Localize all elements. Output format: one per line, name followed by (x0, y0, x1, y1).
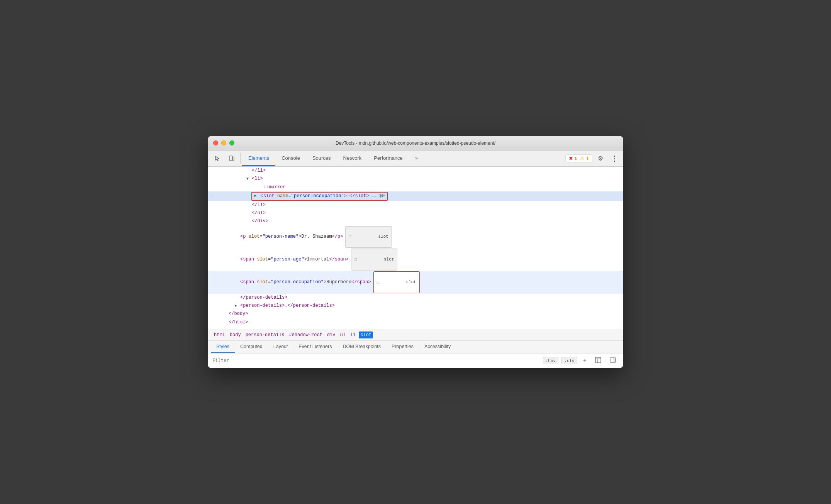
attr-slot3: slot (257, 279, 268, 286)
device-mode-button[interactable] (225, 151, 239, 166)
error-icon: ✖ (569, 156, 573, 161)
tag-div-close: </div> (252, 218, 268, 225)
breadcrumb-html[interactable]: html (212, 331, 227, 338)
xml-line-p-slot[interactable]: <p slot="person-name">Dr. Shazaam</p> ⬚ … (208, 226, 623, 249)
tag-span-age-close: </span> (329, 256, 348, 263)
tag-slot-close: >…</slot> (344, 193, 369, 200)
tab-event-listeners[interactable]: Event Listeners (293, 341, 337, 353)
tab-performance[interactable]: Performance (368, 151, 409, 166)
svg-rect-3 (595, 357, 601, 363)
more-icon: ⋮ (611, 154, 618, 163)
text-immortal: Immortal (307, 256, 329, 263)
inspect-element-button[interactable] (211, 151, 225, 166)
tag-p-open: <p (240, 233, 249, 240)
xml-line-li-close2[interactable]: </li> (208, 201, 623, 209)
triangle-person[interactable] (235, 303, 240, 309)
breadcrumb-body[interactable]: body (228, 331, 243, 338)
xml-line-div-close[interactable]: </div> (208, 217, 623, 225)
tab-console[interactable]: Console (275, 151, 306, 166)
tab-layout[interactable]: Layout (268, 341, 293, 353)
eq-equals: == (371, 193, 376, 200)
breadcrumb-slot[interactable]: slot (359, 331, 373, 338)
settings-button[interactable]: ⚙ (595, 153, 606, 164)
tag-li-close2: </li> (252, 201, 266, 209)
elements-panel: </li> <li> ::marker … <slot name="pe (208, 167, 623, 329)
xml-line-marker[interactable]: ::marker (208, 183, 623, 191)
attr-val-person-age: "person-age" (271, 256, 304, 263)
tab-computed[interactable]: Computed (235, 341, 268, 353)
breadcrumb-person-details[interactable]: person-details (244, 331, 286, 338)
maximize-button[interactable] (229, 140, 234, 145)
attr-value-person-occupation: "person-occupation" (291, 193, 344, 200)
slot-badge-age[interactable]: ⬚ slot (351, 249, 397, 271)
xml-line-li-close[interactable]: </li> (208, 167, 623, 175)
tag-p-close: </p> (332, 233, 343, 240)
svg-rect-6 (610, 358, 616, 362)
slot-badge-icon-3: ⬚ (377, 279, 379, 286)
tab-more[interactable]: » (409, 151, 424, 166)
triangle-slot[interactable] (254, 193, 260, 199)
svg-point-2 (231, 160, 231, 160)
breadcrumb-div[interactable]: div (326, 331, 337, 338)
tag-span-occ-gt: > (324, 279, 326, 286)
tag-slot-open: <slot (261, 193, 277, 200)
tag-span-occ-close: </span> (351, 279, 371, 286)
xml-line-ul-close[interactable]: </ul> (208, 209, 623, 217)
tag-li-close: </li> (252, 167, 266, 174)
tag-person-close: </person-details> (240, 294, 287, 301)
attr-name-name: name (277, 193, 288, 200)
xml-line-li-open[interactable]: <li> (208, 175, 623, 183)
tag-span-age-open: <span (240, 256, 257, 263)
breadcrumb-shadow-root[interactable]: #shadow-root (287, 331, 324, 338)
slot-node-box: <slot name="person-occupation">…</slot> … (251, 192, 388, 201)
breadcrumb-ul[interactable]: ul (338, 331, 347, 338)
text-superhero: Superhero (326, 279, 351, 286)
xml-line-person-open[interactable]: <person-details>…</person-details> (208, 302, 623, 310)
slot-badge-icon-2: ⬚ (354, 257, 357, 263)
warning-icon: ⚠ (580, 156, 585, 161)
tab-elements[interactable]: Elements (242, 151, 275, 166)
slot-badge-name[interactable]: ⬚ slot (345, 226, 392, 248)
tab-sources[interactable]: Sources (306, 151, 337, 166)
tag-li-open: <li> (252, 175, 263, 183)
tab-dom-breakpoints[interactable]: DOM Breakpoints (337, 341, 386, 353)
computed-icon-button[interactable] (592, 356, 604, 365)
filter-buttons: :hov .cls + (543, 356, 619, 365)
cursor-icon (215, 156, 221, 162)
toolbar-separator-1 (240, 153, 241, 164)
xml-line-span-occ[interactable]: <span slot="person-occupation">Superhero… (208, 271, 623, 294)
eq3: = (268, 279, 271, 286)
svg-rect-1 (233, 157, 234, 161)
slot-badge-occupation[interactable]: ⬚ slot (373, 271, 420, 293)
tab-styles[interactable]: Styles (211, 341, 235, 353)
close-button[interactable] (213, 140, 218, 145)
attr-slot1: slot (249, 233, 260, 240)
tab-properties[interactable]: Properties (386, 341, 419, 353)
toolbar-right: ✖ 1 ⚠ 1 ⚙ ⋮ (565, 151, 620, 166)
xml-line-html-close[interactable]: </html> (208, 318, 623, 326)
error-warning-badge[interactable]: ✖ 1 ⚠ 1 (565, 154, 592, 162)
xml-line-person-close[interactable]: </person-details> (208, 294, 623, 302)
cls-button[interactable]: .cls (561, 357, 577, 364)
more-button[interactable]: ⋮ (609, 153, 620, 164)
xml-line-slot[interactable]: … <slot name="person-occupation">…</slot… (208, 191, 623, 201)
triangle-li[interactable] (246, 176, 252, 182)
add-style-button[interactable]: + (580, 356, 589, 365)
traffic-lights (213, 140, 234, 145)
devtools-body: </li> <li> ::marker … <slot name="pe (208, 167, 623, 368)
xml-line-span-age[interactable]: <span slot="person-age">Immortal</span> … (208, 248, 623, 271)
tag-ul-close: </ul> (252, 210, 266, 217)
xml-line-body-close[interactable]: </body> (208, 310, 623, 318)
minimize-button[interactable] (221, 140, 226, 145)
dots-button[interactable]: … (208, 193, 215, 200)
attr-eq: = (288, 193, 291, 200)
tab-network[interactable]: Network (337, 151, 368, 166)
filter-input[interactable] (212, 358, 540, 363)
breadcrumb-li[interactable]: li (349, 331, 357, 338)
tag-span-occ-open: <span (240, 279, 257, 286)
devtools-window: DevTools - mdn.github.io/web-components-… (208, 136, 623, 368)
tab-accessibility[interactable]: Accessibility (419, 341, 456, 353)
hov-button[interactable]: :hov (543, 357, 559, 364)
sidebar-icon-button[interactable] (607, 356, 619, 365)
eq1: = (259, 233, 262, 240)
